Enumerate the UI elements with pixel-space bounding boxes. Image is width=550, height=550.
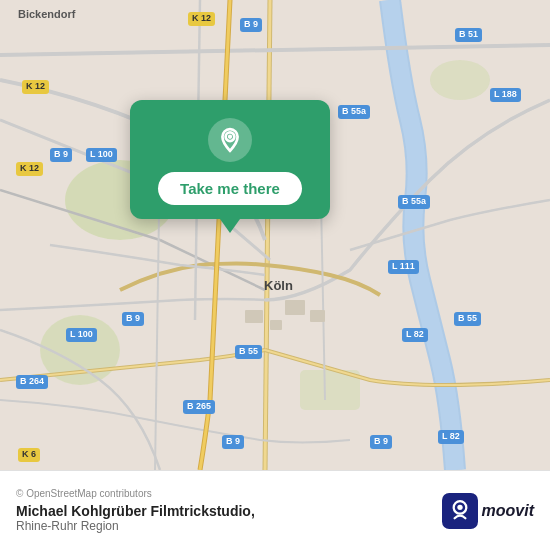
road-label-k12-mid: K 12	[16, 162, 43, 176]
road-label-k6: K 6	[18, 448, 40, 462]
take-me-there-button[interactable]: Take me there	[158, 172, 302, 205]
road-label-l100-low: L 100	[66, 328, 97, 342]
road-label-b51: B 51	[455, 28, 482, 42]
road-label-b55a-right: B 55a	[398, 195, 430, 209]
road-label-l82-top: L 82	[402, 328, 428, 342]
location-popup: Take me there	[130, 100, 330, 219]
svg-point-23	[457, 504, 462, 509]
svg-rect-15	[285, 300, 305, 315]
road-label-b9-top: B 9	[240, 18, 262, 32]
road-label-b265: B 265	[183, 400, 215, 414]
road-label-b9-mid: B 9	[50, 148, 72, 162]
svg-rect-17	[245, 310, 263, 323]
road-label-l100-top: L 100	[86, 148, 117, 162]
moovit-icon	[442, 493, 478, 529]
road-label-b55-bottom: B 55	[235, 345, 262, 359]
road-label-b9-bottom2: B 9	[370, 435, 392, 449]
road-label-b9-bottom1: B 9	[222, 435, 244, 449]
location-icon-container	[208, 118, 252, 162]
svg-rect-18	[270, 320, 282, 330]
bickendorf-label: Bickendorf	[18, 8, 75, 20]
road-label-b264: B 264	[16, 375, 48, 389]
map-container: B 9 K 12 B 51 Bickendorf K 12 L 188 B 55…	[0, 0, 550, 470]
svg-rect-21	[442, 493, 478, 529]
location-title: Michael Kohlgrüber Filmtrickstudio,	[16, 503, 255, 519]
road-label-b9-low: B 9	[122, 312, 144, 326]
road-label-b55a-top: B 55a	[338, 105, 370, 119]
svg-point-3	[430, 60, 490, 100]
road-label-l82-bottom: L 82	[438, 430, 464, 444]
map-svg	[0, 0, 550, 470]
location-pin-icon	[217, 127, 243, 153]
road-label-k12-left: K 12	[22, 80, 49, 94]
svg-rect-16	[310, 310, 325, 322]
location-subtitle: Rhine-Ruhr Region	[16, 519, 255, 533]
koln-label: Köln	[264, 278, 293, 293]
road-label-b55-right: B 55	[454, 312, 481, 326]
road-label-l188: L 188	[490, 88, 521, 102]
moovit-text: moovit	[482, 502, 534, 520]
moovit-logo: moovit	[442, 493, 534, 529]
attribution-text: © OpenStreetMap contributors	[16, 488, 255, 499]
road-label-l111: L 111	[388, 260, 419, 274]
svg-point-20	[228, 135, 232, 139]
bottom-bar: © OpenStreetMap contributors Michael Koh…	[0, 470, 550, 550]
road-label-k12-top: K 12	[188, 12, 215, 26]
location-info: © OpenStreetMap contributors Michael Koh…	[16, 488, 255, 533]
